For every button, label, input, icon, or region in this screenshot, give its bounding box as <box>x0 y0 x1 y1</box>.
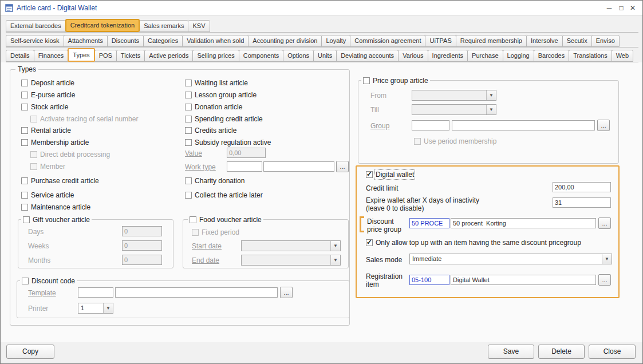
checkbox-charity-donation[interactable]: Charity donation <box>185 176 244 185</box>
discount-price-group-name-input[interactable] <box>451 218 596 228</box>
work-type-browse-button[interactable]: ... <box>336 161 349 172</box>
value-label[interactable]: Value <box>185 149 202 157</box>
from-select[interactable]: ▼ <box>412 90 496 101</box>
tab-creditcard-tokenization[interactable]: Creditcard tokenization <box>65 19 140 32</box>
checkbox-discount-code[interactable]: Discount code <box>20 276 77 285</box>
tab-sales-remarks[interactable]: Sales remarks <box>139 20 188 32</box>
tab-uitpas[interactable]: UiTPAS <box>425 35 456 47</box>
group-browse-button[interactable]: ... <box>597 120 610 131</box>
printer-select[interactable]: 1▼ <box>78 303 113 314</box>
checkbox-credits-article[interactable]: Credits article <box>185 126 236 134</box>
tab-details[interactable]: Details <box>6 50 34 62</box>
tab-translations[interactable]: Translations <box>569 50 612 62</box>
tab-various[interactable]: Various <box>398 50 428 62</box>
tab-active-periods[interactable]: Active periods <box>144 50 193 62</box>
end-date-select[interactable]: ▼ <box>241 255 341 266</box>
registration-item-code-input[interactable] <box>409 275 449 285</box>
tab-intersolve[interactable]: Intersolve <box>526 35 563 47</box>
start-date-label[interactable]: Start date <box>192 242 222 250</box>
expire-days-input[interactable] <box>553 197 611 208</box>
till-select[interactable]: ▼ <box>412 104 496 115</box>
checkbox-collect-article-later[interactable]: Collect the article later <box>185 191 263 199</box>
template-name-input[interactable] <box>115 287 278 298</box>
tab-web[interactable]: Web <box>612 50 633 62</box>
template-code-input[interactable] <box>78 287 113 298</box>
checkbox-waiting-list-article[interactable]: Waiting list article <box>185 78 248 87</box>
tab-components[interactable]: Components <box>239 50 283 62</box>
start-date-select[interactable]: ▼ <box>241 240 341 251</box>
checkbox-e-purse-article[interactable]: E-purse article <box>21 90 75 99</box>
tab-types[interactable]: Types <box>68 48 94 62</box>
checkbox-maintenance-article[interactable]: Maintenance article <box>21 203 90 211</box>
checkbox-lesson-group-article[interactable]: Lesson group article <box>185 90 257 99</box>
tab-finances[interactable]: Finances <box>34 50 69 62</box>
group-code-input[interactable] <box>412 120 449 130</box>
delete-button[interactable]: Delete <box>538 345 585 359</box>
checkbox-rental-article[interactable]: Rental article <box>21 126 71 134</box>
maximize-button[interactable]: □ <box>616 1 627 15</box>
tab-deviating-accounts[interactable]: Deviating accounts <box>336 50 399 62</box>
end-date-label[interactable]: End date <box>192 256 219 264</box>
tab-accounting-per-division[interactable]: Accounting per division <box>248 35 322 47</box>
checkbox-food-voucher-article[interactable]: Food voucher article <box>188 215 263 224</box>
discount-price-group-label-line1: Discount <box>367 217 394 225</box>
checkbox-only-allow-top-up[interactable]: Only allow top up with an item having th… <box>366 238 581 247</box>
checkbox-subsidy-regulation-active[interactable]: Subsidy regulation active <box>185 138 271 147</box>
work-type-label[interactable]: Work type <box>185 163 216 171</box>
tab-external-barcodes[interactable]: External barcodes <box>6 20 66 32</box>
tab-purchase[interactable]: Purchase <box>467 50 503 62</box>
checkbox-stock-article[interactable]: Stock article <box>21 102 68 111</box>
checkbox-box <box>21 192 28 199</box>
tab-logging[interactable]: Logging <box>503 50 534 62</box>
checkbox-activate-tracing: Activate tracing of serial number <box>30 114 138 123</box>
tab-attachments[interactable]: Attachments <box>64 35 108 47</box>
sales-mode-select[interactable]: Immediate▼ <box>409 254 612 264</box>
close-window-button[interactable]: ✕ <box>627 1 638 15</box>
tab-secutix[interactable]: Secutix <box>562 35 592 47</box>
tab-barcodes[interactable]: Barcodes <box>534 50 569 62</box>
value-input[interactable] <box>227 148 266 158</box>
tab-pos[interactable]: POS <box>94 50 117 62</box>
tab-commission-agreement[interactable]: Commission agreement <box>350 35 425 47</box>
checkbox-purchase-credit-article[interactable]: Purchase credit article <box>21 176 99 185</box>
months-input[interactable] <box>122 255 162 265</box>
tab-required-membership[interactable]: Required membership <box>456 35 527 47</box>
group-label[interactable]: Group <box>370 122 389 130</box>
credit-limit-input[interactable] <box>553 182 611 192</box>
tab-self-service-kiosk[interactable]: Self-service kiosk <box>6 35 64 47</box>
tab-ksv[interactable]: KSV <box>188 20 210 32</box>
tab-selling-prices[interactable]: Selling prices <box>192 50 239 62</box>
minimize-button[interactable]: ─ <box>603 1 615 15</box>
checkbox-digital-wallet[interactable]: Digital wallet <box>366 170 414 179</box>
checkbox-price-group-article[interactable]: Price group article <box>361 76 430 85</box>
checkbox-gift-voucher-article[interactable]: Gift voucher article <box>21 215 92 224</box>
tab-categories[interactable]: Categories <box>143 35 183 47</box>
group-name-input[interactable] <box>452 120 595 130</box>
days-input[interactable] <box>122 226 162 236</box>
tab-enviso[interactable]: Enviso <box>591 35 620 47</box>
checkbox-spending-credit-article[interactable]: Spending credit article <box>185 114 263 123</box>
checkbox-membership-article[interactable]: Membership article <box>21 138 89 147</box>
tab-options[interactable]: Options <box>283 50 314 62</box>
checkbox-deposit-article[interactable]: Deposit article <box>21 78 74 87</box>
checkbox-donation-article[interactable]: Donation article <box>185 102 242 111</box>
work-type-code-input[interactable] <box>227 161 262 172</box>
discount-price-group-browse-button[interactable]: ... <box>598 217 611 229</box>
copy-button[interactable]: Copy <box>6 345 54 359</box>
tab-discounts[interactable]: Discounts <box>107 35 144 47</box>
registration-item-name-input[interactable] <box>451 275 596 285</box>
tab-tickets[interactable]: Tickets <box>116 50 145 62</box>
save-button[interactable]: Save <box>488 345 534 359</box>
weeks-input[interactable] <box>122 240 162 251</box>
work-type-name-input[interactable] <box>263 161 334 172</box>
discount-price-group-code-input[interactable] <box>409 218 449 228</box>
tab-ingredients[interactable]: Ingredients <box>428 50 468 62</box>
tab-units[interactable]: Units <box>313 50 337 62</box>
template-label[interactable]: Template <box>28 289 56 297</box>
tab-validation-when-sold[interactable]: Validation when sold <box>182 35 248 47</box>
close-button[interactable]: Close <box>589 345 636 359</box>
registration-item-browse-button[interactable]: ... <box>598 274 611 286</box>
template-browse-button[interactable]: ... <box>280 287 293 298</box>
checkbox-service-article[interactable]: Service article <box>21 191 74 199</box>
tab-loyalty[interactable]: Loyalty <box>321 35 350 47</box>
